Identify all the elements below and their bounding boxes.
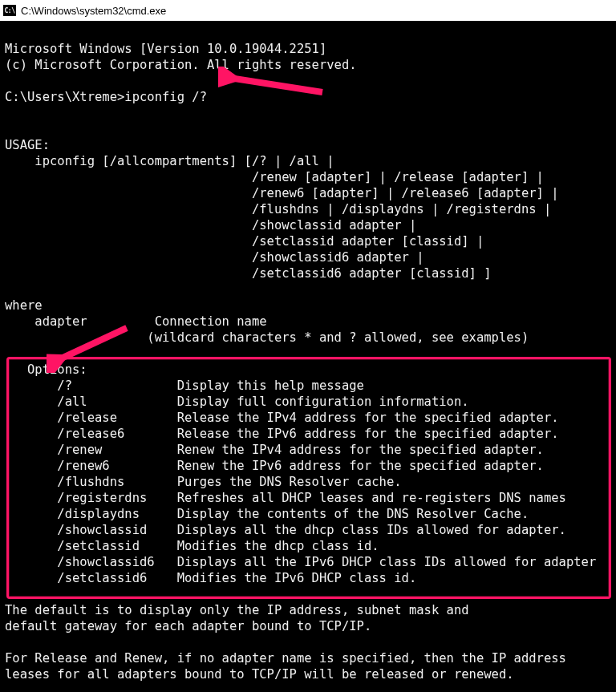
where-line: adapter Connection name xyxy=(5,314,267,329)
usage-line: /showclassid6 adapter | xyxy=(5,250,424,265)
footer-line: leases for all adapters bound to TCP/IP … xyxy=(5,667,514,682)
where-label: where xyxy=(5,298,43,313)
usage-line: ipconfig [/allcompartments] [/? | /all | xyxy=(5,154,334,168)
window-title: C:\Windows\system32\cmd.exe xyxy=(21,5,166,17)
usage-label: USAGE: xyxy=(5,138,50,152)
svg-line-0 xyxy=(229,78,322,92)
where-line: (wildcard characters * and ? allowed, se… xyxy=(5,330,529,345)
copyright-line: (c) Microsoft Corporation. All rights re… xyxy=(5,58,357,72)
options-list: /? Display this help message /all Displa… xyxy=(5,378,596,585)
window-titlebar: C:\ C:\Windows\system32\cmd.exe xyxy=(0,0,616,22)
footer-line: default gateway for each adapter bound t… xyxy=(5,619,371,633)
usage-line: /showclassid adapter | xyxy=(5,218,416,233)
prompt-line: C:\Users\Xtreme>ipconfig /? xyxy=(5,90,207,104)
footer-line: The default is to display only the IP ad… xyxy=(5,603,469,617)
version-line: Microsoft Windows [Version 10.0.19044.22… xyxy=(5,42,326,56)
usage-line: /renew6 [adapter] | /release6 [adapter] … xyxy=(5,186,559,200)
usage-line: /renew [adapter] | /release [adapter] | xyxy=(5,170,544,184)
console-output[interactable]: Microsoft Windows [Version 10.0.19044.22… xyxy=(0,22,616,692)
annotation-arrow-icon xyxy=(218,67,330,107)
footer-line: For Release and Renew, if no adapter nam… xyxy=(5,651,566,666)
usage-line: /setclassid adapter [classid] | xyxy=(5,234,484,249)
usage-line: /flushdns | /displaydns | /registerdns | xyxy=(5,202,551,217)
options-label: Options: xyxy=(5,362,87,377)
usage-line: /setclassid6 adapter [classid] ] xyxy=(5,266,492,281)
cmd-icon: C:\ xyxy=(3,5,16,16)
